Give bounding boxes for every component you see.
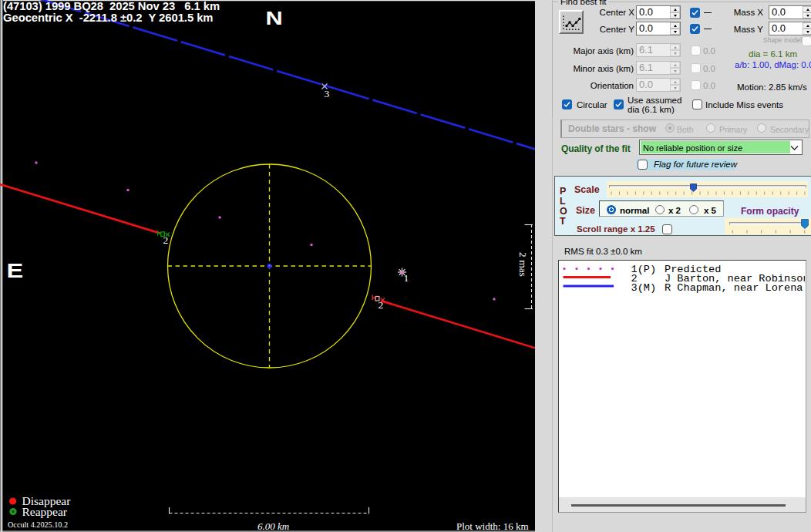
svg-text:Plot width: 16 km: Plot width: 16 km: [456, 520, 529, 532]
svg-text:E: E: [7, 259, 24, 281]
svg-text:2: 2: [163, 234, 169, 246]
svg-text:3: 3: [325, 88, 330, 99]
svg-text:R Chapman, near Lorena: R Chapman, near Lorena: [665, 282, 803, 294]
svg-text:(47103) 1999 BQ28 2025 Nov 23: (47103) 1999 BQ28 2025 Nov 23 6.1 km: [3, 0, 220, 12]
svg-text:3(M): 3(M): [631, 282, 657, 294]
svg-text:N: N: [266, 8, 283, 29]
svg-text:Occult 4.2025.10.2: Occult 4.2025.10.2: [8, 520, 68, 529]
svg-text:1: 1: [404, 272, 409, 284]
svg-text:Reappear: Reappear: [22, 505, 68, 518]
svg-text:Geocentric X -2211.8 ±0.2 Y: Geocentric X -2211.8 ±0.2 Y 2601.5 km: [3, 12, 213, 24]
svg-text:2 mas: 2 mas: [517, 252, 529, 277]
svg-text:6.00 km: 6.00 km: [257, 520, 289, 532]
svg-text:2: 2: [379, 299, 384, 311]
